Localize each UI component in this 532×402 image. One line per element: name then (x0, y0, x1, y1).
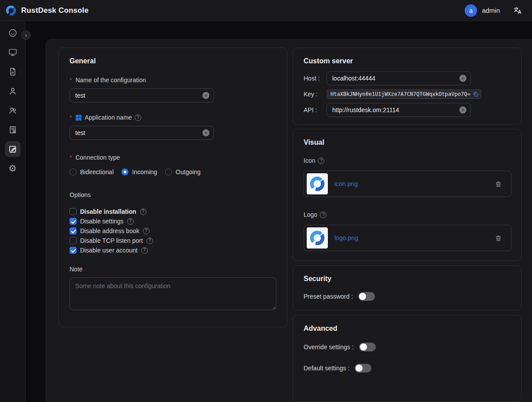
app-name-field: × (70, 126, 214, 140)
document-user-icon (8, 125, 18, 135)
icon-file-link[interactable]: icon.png (334, 180, 358, 187)
help-icon[interactable]: ? (318, 157, 324, 164)
app-name-input[interactable] (70, 126, 214, 140)
visual-title: Visual (304, 138, 510, 146)
sidebar-item-custom-clients[interactable] (5, 141, 21, 157)
app-name-label: * Application name ? (70, 114, 276, 121)
icon-thumbnail (307, 173, 328, 194)
radio-circle[interactable] (121, 168, 128, 175)
visual-card: Visual Icon ? icon.png (293, 129, 521, 261)
required-asterisk: * (70, 154, 72, 161)
document-icon (8, 67, 18, 77)
help-icon[interactable]: ? (147, 238, 153, 244)
api-input[interactable] (327, 103, 471, 117)
icon-file-card: icon.png (304, 171, 511, 197)
default-settings-toggle[interactable] (355, 364, 371, 373)
sidebar: ⚙ (0, 21, 26, 402)
checkbox[interactable] (70, 237, 77, 244)
options-list: Disable installation ? Disable settings … (70, 207, 276, 255)
logo-label: Logo ? (304, 211, 510, 219)
sidebar-item-devices[interactable] (5, 44, 21, 60)
copy-icon[interactable] (473, 91, 479, 97)
note-label: Note (70, 266, 276, 273)
sidebar-item-users[interactable] (5, 83, 21, 99)
required-asterisk: * (70, 114, 72, 121)
api-label: API : (304, 106, 327, 113)
user-name[interactable]: admin (482, 7, 500, 14)
config-name-input[interactable] (70, 88, 214, 102)
smiley-icon (8, 28, 18, 38)
content-panel: General * Name of the configuration × * (45, 39, 532, 402)
icon-label: Icon ? (304, 157, 510, 164)
override-settings-toggle[interactable] (359, 343, 376, 351)
advanced-card: Advanced Override settings : Default set… (293, 315, 521, 402)
help-icon[interactable]: ? (127, 218, 134, 225)
left-column: General * Name of the configuration × * (59, 48, 287, 402)
user-group-icon (8, 106, 18, 115)
server-key-value: HtaXBkJNHyn0e1U1jWXze7A7CN7QTGWqxkOtpaVp… (327, 89, 481, 99)
help-icon[interactable]: ? (141, 247, 148, 254)
checkbox[interactable] (70, 247, 77, 254)
checkbox[interactable] (70, 218, 77, 225)
default-settings-row: Default settings : (304, 363, 510, 373)
app-header: RustDesk Console a admin (0, 0, 532, 21)
connection-type-label: * Connection type (70, 154, 276, 161)
logo-file-link[interactable]: logo.png (334, 234, 358, 241)
help-icon[interactable]: ? (140, 208, 147, 215)
app-title: RustDesk Console (21, 6, 88, 15)
general-title: General (70, 57, 276, 65)
option-disable-installation[interactable]: Disable installation ? (70, 207, 276, 216)
clear-icon[interactable]: × (202, 129, 209, 136)
key-label: Key : (304, 91, 327, 98)
sidebar-item-dashboard[interactable] (5, 25, 21, 41)
clear-icon[interactable]: × (202, 92, 209, 99)
right-column: Custom server Host : × Key : HtaXBkJNHyn… (293, 48, 521, 402)
app-shell: ⚙ › General * Name of the configuration … (0, 21, 532, 402)
delete-icon[interactable] (495, 234, 502, 242)
custom-server-card: Custom server Host : × Key : HtaXBkJNHyn… (293, 48, 521, 124)
sidebar-item-audit[interactable] (5, 122, 21, 138)
option-disable-settings[interactable]: Disable settings ? (70, 216, 276, 226)
help-icon[interactable]: ? (143, 228, 150, 234)
language-translate-icon[interactable] (513, 6, 522, 15)
main-area: General * Name of the configuration × * (26, 21, 532, 402)
gear-icon: ⚙ (8, 164, 17, 173)
checkbox[interactable] (70, 227, 77, 234)
general-card: General * Name of the configuration × * (59, 48, 287, 327)
radio-bidirectional[interactable]: Bidirectional (70, 168, 114, 175)
radio-circle[interactable] (165, 168, 172, 175)
radio-incoming[interactable]: Incoming (121, 168, 157, 175)
preset-password-toggle[interactable] (358, 292, 375, 301)
security-title: Security (304, 274, 510, 283)
override-settings-label: Override settings : (304, 344, 354, 351)
sidebar-item-settings[interactable]: ⚙ (5, 161, 21, 176)
sidebar-item-groups[interactable] (5, 102, 21, 118)
override-settings-row: Override settings : (304, 342, 510, 352)
option-disable-address-book[interactable]: Disable address book ? (70, 226, 276, 236)
custom-server-title: Custom server (304, 57, 510, 65)
help-icon[interactable]: ? (135, 114, 141, 121)
config-name-label: * Name of the configuration (70, 77, 276, 84)
config-name-field: × (70, 88, 214, 102)
sidebar-expand-button[interactable]: › (21, 30, 31, 40)
radio-outgoing[interactable]: Outgoing (165, 168, 201, 175)
checkbox[interactable] (70, 208, 77, 215)
logo-thumbnail (307, 227, 328, 249)
host-field: × (327, 71, 471, 85)
radio-circle[interactable] (70, 168, 77, 175)
user-avatar[interactable]: a (465, 4, 477, 17)
advanced-title: Advanced (304, 324, 510, 333)
security-card: Security Preset password : (293, 265, 521, 311)
options-label: Options (70, 191, 276, 199)
host-input[interactable] (327, 71, 471, 85)
sidebar-item-documents[interactable] (5, 64, 21, 80)
option-disable-tcp-listen-port[interactable]: Disable TCP listen port ? (70, 236, 276, 245)
edit-icon (8, 144, 18, 154)
monitor-icon (8, 48, 18, 57)
clear-icon[interactable]: × (459, 106, 466, 113)
delete-icon[interactable] (495, 180, 502, 188)
note-textarea[interactable] (70, 278, 276, 310)
option-disable-user-account[interactable]: Disable user account ? (70, 245, 276, 255)
clear-icon[interactable]: × (459, 75, 466, 82)
help-icon[interactable]: ? (320, 212, 327, 218)
